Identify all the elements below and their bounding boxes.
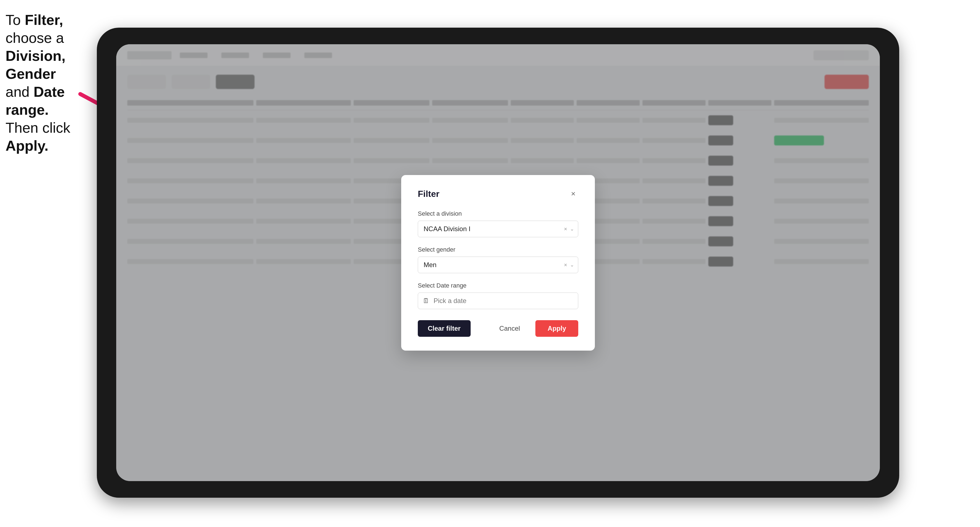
tablet-screen: Filter × Select a division NCAA Division… xyxy=(116,44,880,481)
date-range-input[interactable] xyxy=(418,292,578,309)
date-range-label: Select Date range xyxy=(418,282,578,289)
instruction-text: To Filter, choose a Division, Gender and… xyxy=(6,11,89,155)
instruction-line4: Then click Apply. xyxy=(6,120,70,154)
date-input-wrapper: 🗓 xyxy=(418,292,578,309)
division-select-wrapper: NCAA Division I × ⌄ xyxy=(418,221,578,237)
gender-select-icons: × ⌄ xyxy=(564,262,574,268)
modal-title-row: Filter × xyxy=(418,189,578,199)
division-label: Select a division xyxy=(418,210,578,217)
gender-label: Select gender xyxy=(418,246,578,253)
date-range-field: Select Date range 🗓 xyxy=(418,282,578,309)
apply-button[interactable]: Apply xyxy=(535,320,578,337)
modal-title: Filter xyxy=(418,189,439,199)
calendar-icon: 🗓 xyxy=(423,297,430,305)
gender-select-wrapper: Men × ⌄ xyxy=(418,257,578,273)
gender-chevron-icon: ⌄ xyxy=(570,262,574,268)
tablet-frame: Filter × Select a division NCAA Division… xyxy=(97,28,899,498)
gender-clear-icon[interactable]: × xyxy=(564,262,567,268)
instruction-line2: Division, Gender xyxy=(6,48,65,82)
gender-field: Select gender Men × ⌄ xyxy=(418,246,578,273)
division-select[interactable]: NCAA Division I xyxy=(418,221,578,237)
modal-footer: Clear filter Cancel Apply xyxy=(418,320,578,337)
filter-modal: Filter × Select a division NCAA Division… xyxy=(401,175,595,351)
modal-overlay: Filter × Select a division NCAA Division… xyxy=(116,44,880,481)
division-field: Select a division NCAA Division I × ⌄ xyxy=(418,210,578,237)
division-select-icons: × ⌄ xyxy=(564,225,574,232)
division-chevron-icon: ⌄ xyxy=(570,226,574,232)
clear-filter-button[interactable]: Clear filter xyxy=(418,320,471,337)
cancel-button[interactable]: Cancel xyxy=(490,320,530,337)
instruction-line1: To Filter, choose a xyxy=(6,12,64,46)
modal-close-button[interactable]: × xyxy=(568,189,578,199)
gender-select[interactable]: Men xyxy=(418,257,578,273)
modal-footer-right: Cancel Apply xyxy=(490,320,578,337)
division-clear-icon[interactable]: × xyxy=(564,225,567,232)
instruction-line3: and Date range. xyxy=(6,84,65,118)
